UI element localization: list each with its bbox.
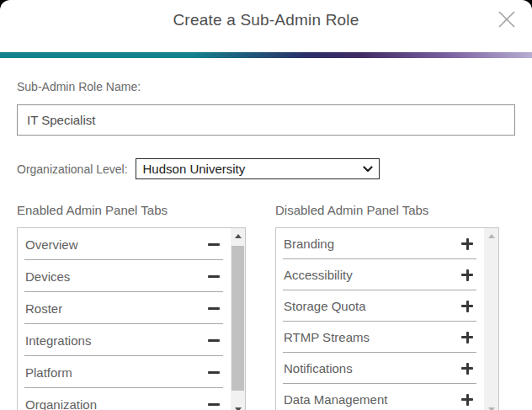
tab-label: Notifications [284, 361, 353, 375]
role-name-input[interactable] [17, 104, 515, 136]
close-icon [496, 8, 518, 30]
enabled-list-scrollbar[interactable] [231, 228, 245, 410]
tab-label: Storage Quota [284, 299, 366, 313]
enabled-tabs-list: Overview Devices Roster Integrations [17, 227, 246, 410]
disabled-list-scrollbar[interactable] [484, 228, 498, 410]
disabled-tabs-list: Branding Accessibility Storage Quota RTM… [275, 227, 499, 410]
minus-icon[interactable] [208, 371, 220, 374]
list-item: Accessibility [276, 259, 484, 290]
dialog-body: Sub-Admin Role Name: Organizational Leve… [0, 80, 532, 410]
minus-icon[interactable] [208, 275, 220, 278]
list-item: Integrations [18, 324, 231, 356]
list-item: Overview [18, 228, 231, 260]
plus-icon[interactable] [461, 332, 473, 343]
tab-label: Platform [25, 365, 72, 380]
list-item: Platform [18, 356, 231, 388]
scroll-up-icon[interactable] [231, 228, 245, 244]
list-item: Organization [18, 388, 231, 410]
close-button[interactable] [493, 6, 520, 33]
plus-icon[interactable] [461, 363, 473, 375]
org-level-label: Organizational Level: [17, 162, 128, 176]
plus-icon[interactable] [461, 301, 473, 312]
role-name-label: Sub-Admin Role Name: [17, 80, 515, 93]
minus-icon[interactable] [208, 307, 220, 310]
enabled-tabs-column: Enabled Admin Panel Tabs Overview Device… [17, 203, 246, 410]
list-item: Data Management [276, 384, 484, 410]
tab-label: Organization [25, 397, 97, 410]
disabled-tabs-header: Disabled Admin Panel Tabs [275, 203, 499, 217]
plus-icon[interactable] [461, 394, 473, 406]
list-item: RTMP Streams [276, 322, 484, 353]
minus-icon[interactable] [208, 403, 220, 406]
plus-icon[interactable] [461, 269, 473, 281]
tab-lists-row: Enabled Admin Panel Tabs Overview Device… [17, 203, 515, 410]
tab-label: Data Management [284, 392, 387, 407]
org-level-select-wrap: Hudson University [136, 158, 380, 179]
scrollbar-thumb[interactable] [231, 246, 244, 391]
dialog-title: Create a Sub-Admin Role [0, 0, 532, 29]
dialog-header: Create a Sub-Admin Role [0, 0, 532, 52]
plus-icon[interactable] [461, 238, 473, 250]
list-item: Notifications [276, 353, 484, 384]
list-item: Branding [276, 228, 484, 259]
create-sub-admin-role-dialog: Create a Sub-Admin Role Sub-Admin Role N… [0, 0, 532, 410]
tab-label: Integrations [25, 333, 91, 348]
tab-label: Roster [25, 301, 62, 316]
org-level-select[interactable]: Hudson University [136, 158, 380, 179]
tab-label: Devices [25, 269, 70, 284]
list-item: Devices [18, 260, 231, 292]
scroll-up-icon[interactable] [484, 228, 498, 244]
tab-label: RTMP Streams [284, 330, 370, 344]
list-item: Roster [18, 292, 231, 324]
accent-gradient-bar [0, 52, 532, 58]
minus-icon[interactable] [208, 339, 220, 342]
tab-label: Accessibility [284, 268, 353, 282]
list-item: Storage Quota [276, 290, 484, 322]
org-level-row: Organizational Level: Hudson University [17, 158, 515, 179]
scroll-down-icon[interactable] [231, 402, 245, 410]
tab-label: Branding [284, 237, 334, 251]
tab-label: Overview [25, 237, 78, 252]
disabled-tabs-column: Disabled Admin Panel Tabs Branding Acces… [275, 203, 499, 410]
minus-icon[interactable] [208, 243, 220, 246]
enabled-tabs-header: Enabled Admin Panel Tabs [17, 203, 246, 217]
scroll-down-icon[interactable] [484, 402, 498, 410]
